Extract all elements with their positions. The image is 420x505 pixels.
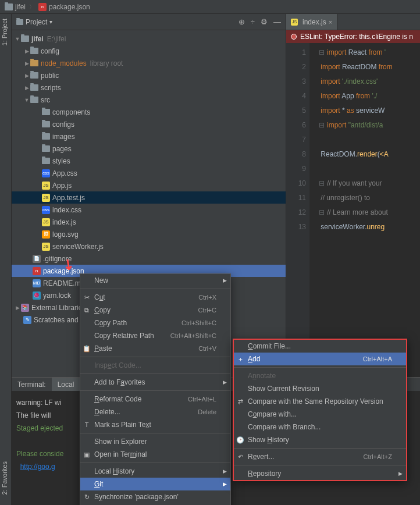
menu-git[interactable]: Git▶: [80, 478, 230, 490]
tree-node-app-test-js[interactable]: JS App.test.js: [12, 191, 286, 204]
expand-icon[interactable]: [23, 61, 30, 66]
tree-node-logo-svg[interactable]: 🖼 logo.svg: [12, 228, 286, 240]
js-icon: JS: [291, 19, 298, 26]
breadcrumb-root[interactable]: jifei: [5, 3, 26, 11]
line-number: 6: [286, 118, 306, 133]
tree-node-scripts[interactable]: scripts: [12, 81, 286, 94]
menu-synchronize[interactable]: ↻Synchronize 'package.json': [80, 490, 230, 503]
tree-node-images[interactable]: images: [12, 130, 286, 143]
git-menu-revert[interactable]: ↶Revert...Ctrl+Alt+Z: [234, 450, 406, 463]
expand-icon[interactable]: [14, 305, 21, 311]
git-menu-show-current-revision[interactable]: Show Current Revision: [234, 382, 406, 395]
compare-icon: ⇄: [236, 398, 244, 406]
expand-icon[interactable]: [23, 48, 30, 54]
tree-node-styles[interactable]: styles: [12, 155, 286, 167]
expand-icon[interactable]: [23, 97, 30, 103]
terminal-link[interactable]: http://goo.g: [20, 463, 55, 471]
menu-reformat-code[interactable]: Reformat CodeCtrl+Alt+L: [80, 393, 230, 406]
expand-icon[interactable]: [23, 73, 30, 79]
tree-label: configs: [52, 120, 74, 129]
collapse-icon[interactable]: ÷: [251, 17, 255, 26]
tree-label: scripts: [41, 84, 61, 92]
lint-error-text: ESLint: TypeError: this.cliEngine is n: [300, 33, 413, 41]
menu-separator: [80, 289, 230, 289]
menu-add-to-favorites[interactable]: Add to Favorites▶: [80, 376, 230, 389]
tree-node-config[interactable]: config: [12, 45, 286, 57]
tree-node-index-css[interactable]: css index.css: [12, 204, 286, 216]
tree-label: pages: [52, 145, 72, 153]
line-number: 1: [286, 45, 306, 60]
css-icon: css: [42, 206, 50, 214]
tree-node-components[interactable]: components: [12, 106, 286, 118]
tree-node-public[interactable]: public: [12, 69, 286, 81]
gear-icon[interactable]: ⚙: [261, 17, 268, 26]
menu-delete[interactable]: Delete...Delete: [80, 406, 230, 418]
menu-inspect-code: Inspect Code...: [80, 359, 230, 372]
menu-paste[interactable]: 📋PasteCtrl+V: [80, 342, 230, 355]
tree-label: App.test.js: [52, 194, 85, 202]
tree-node-index-js[interactable]: JS index.js: [12, 216, 286, 228]
tree-label: .gitignore: [43, 255, 72, 263]
tree-label: index.js: [52, 218, 76, 226]
tree-node-gitignore[interactable]: 📄 .gitignore: [12, 252, 286, 265]
editor-tab-index-js[interactable]: JS index.js ×: [286, 14, 337, 30]
git-menu-compare-with[interactable]: Compare with...: [234, 408, 406, 421]
menu-open-in-terminal[interactable]: ▣Open in Terminal: [80, 448, 230, 461]
line-number: 7: [286, 133, 306, 147]
tree-label: External Libraries: [31, 304, 86, 312]
tree-label: logo.svg: [52, 230, 79, 239]
target-icon[interactable]: ⊕: [239, 17, 245, 26]
tree-node-app-js[interactable]: JS App.js: [12, 179, 286, 191]
sync-icon: ↻: [83, 493, 91, 501]
git-menu-add[interactable]: ＋AddCtrl+Alt+A: [234, 353, 406, 365]
tree-node-pages[interactable]: pages: [12, 143, 286, 155]
menu-copy[interactable]: ⧉CopyCtrl+C: [80, 304, 230, 316]
tree-label: styles: [52, 157, 70, 165]
folder-icon: [42, 145, 50, 152]
project-title[interactable]: Project ▾: [16, 18, 239, 26]
terminal-tab-local[interactable]: Local: [52, 378, 80, 391]
menu-cut[interactable]: ✂CutCtrl+X: [80, 291, 230, 304]
lint-error-bar[interactable]: ESLint: TypeError: this.cliEngine is n: [286, 30, 420, 43]
line-number: 13: [286, 220, 306, 234]
tree-node-app-css[interactable]: css App.css: [12, 167, 286, 179]
tree-node-root[interactable]: jifei E:\jifei: [12, 33, 286, 45]
git-menu-commit[interactable]: Commit File...: [234, 340, 406, 353]
hide-icon[interactable]: —: [273, 17, 281, 26]
css-icon: css: [42, 169, 50, 177]
git-menu-compare-same-repo[interactable]: ⇄Compare with the Same Repository Versio…: [234, 395, 406, 408]
git-menu-compare-with-branch[interactable]: Compare with Branch...: [234, 421, 406, 433]
cut-icon: ✂: [83, 294, 91, 301]
breadcrumb-root-label: jifei: [15, 3, 26, 11]
js-icon: JS: [42, 243, 50, 251]
tree-label: src: [41, 96, 50, 104]
menu-local-history[interactable]: Local History▶: [80, 465, 230, 478]
menu-mark-plain-text[interactable]: TMark as Plain Text: [80, 418, 230, 431]
folder-icon: [42, 158, 50, 164]
menu-copy-path[interactable]: Copy PathCtrl+Shift+C: [80, 316, 230, 329]
breadcrumb-file[interactable]: n package.json: [38, 3, 90, 11]
menu-copy-relative-path[interactable]: Copy Relative PathCtrl+Alt+Shift+C: [80, 329, 230, 342]
tree-label: index.css: [52, 206, 81, 214]
left-side-tabs: 1: Project 2: Favorites: [0, 14, 12, 505]
folder-icon: [30, 48, 38, 54]
side-tab-favorites[interactable]: 2: Favorites: [0, 457, 9, 499]
menu-show-in-explorer[interactable]: Show in Explorer: [80, 435, 230, 448]
side-tab-project[interactable]: 1: Project: [0, 14, 9, 50]
git-menu-show-history[interactable]: 🕑Show History: [234, 433, 406, 446]
close-icon[interactable]: ×: [329, 19, 332, 26]
tree-node-configs[interactable]: configs: [12, 118, 286, 130]
tree-label: README.md: [43, 279, 84, 287]
terminal-tab-label[interactable]: Terminal:: [12, 378, 52, 391]
tree-node-src[interactable]: src: [12, 94, 286, 106]
svg-icon: 🖼: [42, 230, 50, 239]
project-title-label: Project: [26, 18, 47, 26]
tree-node-serviceworker-js[interactable]: JS serviceWorker.js: [12, 240, 286, 252]
npm-icon: n: [33, 267, 41, 275]
expand-icon[interactable]: [23, 85, 30, 91]
menu-new[interactable]: New▶: [80, 274, 230, 287]
git-menu-repository[interactable]: Repository▶: [234, 467, 406, 480]
folder-icon: [42, 109, 50, 115]
expand-icon[interactable]: [14, 36, 21, 42]
tree-node-node-modules[interactable]: node_modules library root: [12, 57, 286, 69]
